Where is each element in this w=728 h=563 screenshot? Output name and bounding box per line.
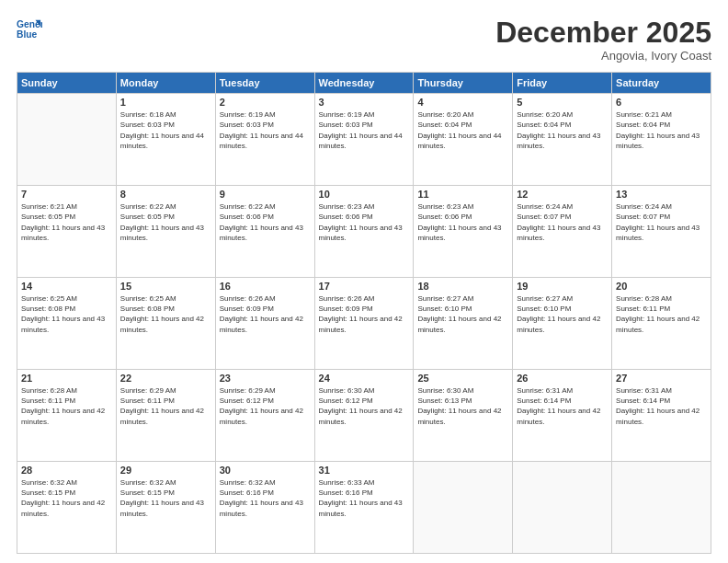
- location: Angovia, Ivory Coast: [495, 49, 711, 63]
- day-info: Sunrise: 6:30 AMSunset: 6:12 PMDaylight:…: [319, 385, 410, 427]
- day-number: 16: [220, 281, 311, 292]
- day-info: Sunrise: 6:27 AMSunset: 6:10 PMDaylight:…: [517, 293, 608, 335]
- day-number: 11: [417, 189, 508, 200]
- day-info: Sunrise: 6:18 AMSunset: 6:03 PMDaylight:…: [120, 109, 211, 151]
- day-info: Sunrise: 6:21 AMSunset: 6:05 PMDaylight:…: [21, 201, 112, 243]
- logo: General Blue: [17, 17, 42, 42]
- day-info: Sunrise: 6:33 AMSunset: 6:16 PMDaylight:…: [319, 477, 410, 519]
- calendar-table: SundayMondayTuesdayWednesdayThursdayFrid…: [17, 72, 711, 554]
- day-number: 2: [220, 97, 311, 108]
- day-cell: 17Sunrise: 6:26 AMSunset: 6:09 PMDayligh…: [314, 278, 414, 370]
- day-cell: 8Sunrise: 6:22 AMSunset: 6:05 PMDaylight…: [116, 186, 215, 278]
- day-number: 29: [120, 465, 211, 476]
- day-cell: 22Sunrise: 6:29 AMSunset: 6:11 PMDayligh…: [116, 370, 215, 462]
- day-info: Sunrise: 6:27 AMSunset: 6:10 PMDaylight:…: [417, 293, 508, 335]
- weekday-header-monday: Monday: [116, 73, 215, 94]
- month-title: December 2025: [495, 17, 711, 49]
- day-cell: 18Sunrise: 6:27 AMSunset: 6:10 PMDayligh…: [414, 278, 513, 370]
- day-cell: 1Sunrise: 6:18 AMSunset: 6:03 PMDaylight…: [116, 94, 215, 186]
- day-info: Sunrise: 6:23 AMSunset: 6:06 PMDaylight:…: [417, 201, 508, 243]
- day-number: 7: [21, 189, 112, 200]
- day-info: Sunrise: 6:28 AMSunset: 6:11 PMDaylight:…: [616, 293, 707, 335]
- day-info: Sunrise: 6:24 AMSunset: 6:07 PMDaylight:…: [517, 201, 608, 243]
- day-cell: 7Sunrise: 6:21 AMSunset: 6:05 PMDaylight…: [17, 186, 117, 278]
- day-cell: 26Sunrise: 6:31 AMSunset: 6:14 PMDayligh…: [513, 370, 612, 462]
- page: General Blue December 2025 Angovia, Ivor…: [0, 0, 728, 563]
- day-number: 13: [616, 189, 707, 200]
- day-info: Sunrise: 6:23 AMSunset: 6:06 PMDaylight:…: [319, 201, 410, 243]
- day-info: Sunrise: 6:22 AMSunset: 6:06 PMDaylight:…: [220, 201, 311, 243]
- day-cell: [17, 94, 117, 186]
- day-info: Sunrise: 6:28 AMSunset: 6:11 PMDaylight:…: [21, 385, 112, 427]
- day-number: 8: [120, 189, 211, 200]
- day-info: Sunrise: 6:29 AMSunset: 6:12 PMDaylight:…: [220, 385, 311, 427]
- day-cell: 27Sunrise: 6:31 AMSunset: 6:14 PMDayligh…: [612, 370, 711, 462]
- day-cell: 20Sunrise: 6:28 AMSunset: 6:11 PMDayligh…: [612, 278, 711, 370]
- day-number: 22: [120, 373, 211, 384]
- day-cell: 30Sunrise: 6:32 AMSunset: 6:16 PMDayligh…: [215, 462, 314, 554]
- day-number: 20: [616, 281, 707, 292]
- day-number: 9: [220, 189, 311, 200]
- day-cell: 24Sunrise: 6:30 AMSunset: 6:12 PMDayligh…: [314, 370, 414, 462]
- day-cell: 14Sunrise: 6:25 AMSunset: 6:08 PMDayligh…: [17, 278, 117, 370]
- day-cell: 5Sunrise: 6:20 AMSunset: 6:04 PMDaylight…: [513, 94, 612, 186]
- day-number: 30: [220, 465, 311, 476]
- day-info: Sunrise: 6:26 AMSunset: 6:09 PMDaylight:…: [220, 293, 311, 335]
- day-cell: [612, 462, 711, 554]
- day-cell: 9Sunrise: 6:22 AMSunset: 6:06 PMDaylight…: [215, 186, 314, 278]
- day-number: 10: [319, 189, 410, 200]
- day-cell: 2Sunrise: 6:19 AMSunset: 6:03 PMDaylight…: [215, 94, 314, 186]
- day-number: 1: [120, 97, 211, 108]
- day-number: 25: [417, 373, 508, 384]
- day-number: 26: [517, 373, 608, 384]
- day-number: 28: [21, 465, 112, 476]
- day-info: Sunrise: 6:20 AMSunset: 6:04 PMDaylight:…: [417, 109, 508, 151]
- day-cell: 15Sunrise: 6:25 AMSunset: 6:08 PMDayligh…: [116, 278, 215, 370]
- day-info: Sunrise: 6:30 AMSunset: 6:13 PMDaylight:…: [417, 385, 508, 427]
- day-cell: 19Sunrise: 6:27 AMSunset: 6:10 PMDayligh…: [513, 278, 612, 370]
- day-number: 21: [21, 373, 112, 384]
- day-number: 31: [319, 465, 410, 476]
- day-info: Sunrise: 6:19 AMSunset: 6:03 PMDaylight:…: [319, 109, 410, 151]
- day-info: Sunrise: 6:24 AMSunset: 6:07 PMDaylight:…: [616, 201, 707, 243]
- day-number: 12: [517, 189, 608, 200]
- day-info: Sunrise: 6:19 AMSunset: 6:03 PMDaylight:…: [220, 109, 311, 151]
- day-number: 5: [517, 97, 608, 108]
- day-number: 27: [616, 373, 707, 384]
- weekday-header-sunday: Sunday: [17, 73, 117, 94]
- day-number: 24: [319, 373, 410, 384]
- day-info: Sunrise: 6:25 AMSunset: 6:08 PMDaylight:…: [120, 293, 211, 335]
- logo-icon: General Blue: [17, 17, 42, 42]
- title-block: December 2025 Angovia, Ivory Coast: [495, 17, 711, 63]
- weekday-header-wednesday: Wednesday: [314, 73, 414, 94]
- day-cell: 6Sunrise: 6:21 AMSunset: 6:04 PMDaylight…: [612, 94, 711, 186]
- weekday-header-thursday: Thursday: [414, 73, 513, 94]
- day-cell: 31Sunrise: 6:33 AMSunset: 6:16 PMDayligh…: [314, 462, 414, 554]
- week-row-5: 28Sunrise: 6:32 AMSunset: 6:15 PMDayligh…: [17, 462, 711, 554]
- day-number: 4: [417, 97, 508, 108]
- header: General Blue December 2025 Angovia, Ivor…: [17, 17, 711, 63]
- day-number: 23: [220, 373, 311, 384]
- day-cell: 28Sunrise: 6:32 AMSunset: 6:15 PMDayligh…: [17, 462, 117, 554]
- day-info: Sunrise: 6:31 AMSunset: 6:14 PMDaylight:…: [616, 385, 707, 427]
- weekday-header-saturday: Saturday: [612, 73, 711, 94]
- week-row-4: 21Sunrise: 6:28 AMSunset: 6:11 PMDayligh…: [17, 370, 711, 462]
- day-cell: 3Sunrise: 6:19 AMSunset: 6:03 PMDaylight…: [314, 94, 414, 186]
- day-cell: 12Sunrise: 6:24 AMSunset: 6:07 PMDayligh…: [513, 186, 612, 278]
- day-info: Sunrise: 6:31 AMSunset: 6:14 PMDaylight:…: [517, 385, 608, 427]
- day-info: Sunrise: 6:32 AMSunset: 6:16 PMDaylight:…: [220, 477, 311, 519]
- day-number: 15: [120, 281, 211, 292]
- day-cell: 4Sunrise: 6:20 AMSunset: 6:04 PMDaylight…: [414, 94, 513, 186]
- day-number: 3: [319, 97, 410, 108]
- day-cell: 13Sunrise: 6:24 AMSunset: 6:07 PMDayligh…: [612, 186, 711, 278]
- day-number: 19: [517, 281, 608, 292]
- day-number: 6: [616, 97, 707, 108]
- day-cell: 10Sunrise: 6:23 AMSunset: 6:06 PMDayligh…: [314, 186, 414, 278]
- day-info: Sunrise: 6:32 AMSunset: 6:15 PMDaylight:…: [120, 477, 211, 519]
- weekday-header-tuesday: Tuesday: [215, 73, 314, 94]
- day-cell: 25Sunrise: 6:30 AMSunset: 6:13 PMDayligh…: [414, 370, 513, 462]
- day-cell: 23Sunrise: 6:29 AMSunset: 6:12 PMDayligh…: [215, 370, 314, 462]
- day-cell: 11Sunrise: 6:23 AMSunset: 6:06 PMDayligh…: [414, 186, 513, 278]
- day-cell: 16Sunrise: 6:26 AMSunset: 6:09 PMDayligh…: [215, 278, 314, 370]
- day-number: 18: [417, 281, 508, 292]
